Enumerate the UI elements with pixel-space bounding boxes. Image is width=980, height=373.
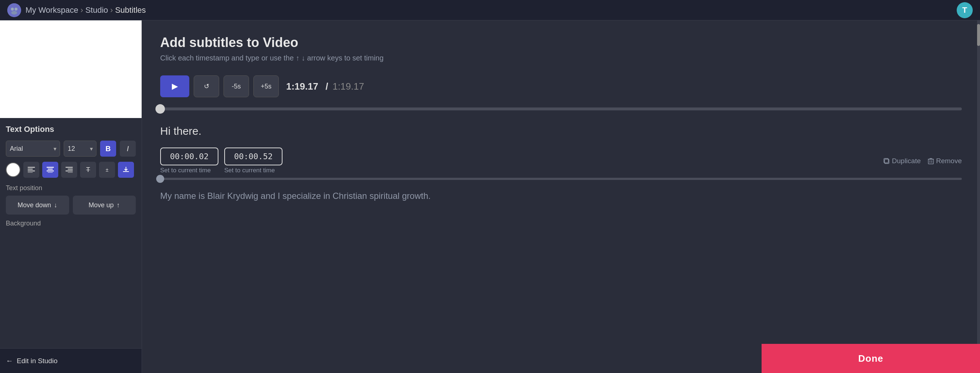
strikethrough-button[interactable]: T [80, 162, 96, 178]
main-layout: Text Options Arial Times New Roman Helve… [0, 21, 980, 373]
background-label: Background [6, 220, 136, 227]
color-picker[interactable] [6, 163, 21, 177]
video-preview [0, 21, 142, 118]
svg-rect-13 [68, 169, 73, 170]
position-buttons-row: Move down ↓ Move up ↑ [6, 196, 136, 215]
svg-rect-15 [68, 172, 73, 173]
breadcrumb: My Workspace › Studio › Subtitles [25, 5, 146, 15]
font-row: Arial Times New Roman Helvetica 12 14 16… [6, 140, 136, 157]
timestamp-row-1: Set to current time Set to current time … [160, 148, 962, 174]
workspace-avatar [7, 3, 21, 17]
remove-button-1[interactable]: Remove [928, 157, 962, 165]
duplicate-remove-1: Duplicate Remove [883, 157, 962, 165]
user-avatar[interactable]: T [957, 2, 973, 18]
move-down-icon: ↓ [54, 201, 57, 209]
svg-point-2 [14, 8, 18, 11]
svg-rect-19 [928, 159, 934, 164]
subtitle-entry-1: Hi there. Set to current time Set to cur… [160, 125, 962, 180]
align-right-button[interactable] [61, 162, 77, 178]
set-end-time-1[interactable]: Set to current time [224, 167, 275, 174]
font-family-select[interactable]: Arial Times New Roman Helvetica [6, 140, 60, 157]
set-start-time-1[interactable]: Set to current time [160, 167, 211, 174]
svg-rect-14 [65, 171, 73, 172]
font-family-wrapper: Arial Times New Roman Helvetica [6, 140, 60, 157]
scrollbar[interactable] [977, 21, 980, 373]
align-left-button[interactable] [23, 162, 39, 178]
superscript-button[interactable]: ± [99, 162, 115, 178]
main-content: Add subtitles to Video Click each timest… [142, 21, 980, 373]
breadcrumb-studio[interactable]: Studio [85, 5, 108, 15]
duplicate-label-1: Duplicate [892, 157, 921, 165]
svg-point-1 [11, 8, 14, 11]
minus5-button[interactable]: -5s [224, 75, 249, 97]
page-title: Add subtitles to Video [160, 35, 962, 50]
svg-rect-12 [65, 167, 73, 168]
move-up-button[interactable]: Move up ↑ [73, 196, 136, 215]
subtitle-text-1: Hi there. [160, 125, 962, 137]
play-button[interactable]: ▶ [160, 75, 189, 97]
breadcrumb-workspace[interactable]: My Workspace [25, 5, 78, 15]
plus5-button[interactable]: +5s [253, 75, 279, 97]
breadcrumb-sep-2: › [110, 5, 113, 15]
font-size-select[interactable]: 12 14 16 18 24 [64, 140, 97, 157]
svg-point-3 [11, 11, 17, 14]
total-time: 1:19.17 [332, 81, 364, 92]
move-up-icon: ↑ [116, 201, 120, 209]
scrollbar-thumb[interactable] [977, 24, 980, 46]
subtitle-slider-track-1 [160, 178, 962, 180]
svg-rect-8 [46, 167, 54, 168]
svg-rect-11 [48, 172, 53, 173]
subtitle-slider-1 [160, 178, 962, 180]
subtitle-text-2: My name is Blair Krydwig and I specializ… [160, 191, 962, 201]
sidebar: Text Options Arial Times New Roman Helve… [0, 21, 142, 373]
svg-rect-10 [46, 171, 54, 172]
svg-rect-9 [48, 169, 53, 170]
breadcrumb-sep-1: › [80, 5, 83, 15]
move-down-label: Move down [18, 201, 51, 209]
svg-rect-16 [123, 171, 129, 172]
svg-rect-7 [28, 172, 33, 173]
subtitle-entry-2: My name is Blair Krydwig and I specializ… [160, 191, 962, 201]
svg-point-0 [7, 3, 21, 17]
end-time-1[interactable] [224, 148, 283, 165]
controls-row: ▶ ↺ -5s +5s 1:19.17 / 1:19.17 [160, 75, 962, 97]
svg-rect-5 [28, 169, 33, 170]
done-button[interactable]: Done [762, 344, 980, 373]
page-subtitle: Click each timestamp and type or use the… [160, 54, 962, 62]
svg-rect-4 [28, 167, 35, 168]
text-position-down-button[interactable] [118, 162, 134, 178]
edit-in-studio[interactable]: ← Edit in Studio [0, 348, 142, 373]
move-down-button[interactable]: Move down ↓ [6, 196, 69, 215]
move-up-label: Move up [89, 201, 114, 209]
header: My Workspace › Studio › Subtitles T [0, 0, 980, 21]
svg-rect-6 [28, 171, 35, 172]
align-center-button[interactable] [42, 162, 58, 178]
bold-button[interactable]: B [100, 140, 116, 157]
reset-button[interactable]: ↺ [194, 75, 219, 97]
timeline-handle[interactable] [156, 104, 165, 114]
text-options-title: Text Options [6, 124, 136, 134]
current-time: 1:19.17 [286, 81, 318, 92]
back-arrow-icon: ← [6, 357, 13, 365]
italic-button[interactable]: I [120, 140, 136, 157]
time-separator: / [325, 81, 328, 92]
content-area: Add subtitles to Video Click each timest… [142, 21, 980, 373]
text-options-section: Text Options Arial Times New Roman Helve… [0, 118, 142, 373]
text-position-label: Text position [6, 184, 136, 192]
start-time-1[interactable] [160, 148, 218, 165]
font-size-wrapper: 12 14 16 18 24 [64, 140, 97, 157]
timeline[interactable] [160, 107, 962, 110]
remove-label-1: Remove [936, 157, 962, 165]
timeline-track [160, 107, 962, 110]
duplicate-button-1[interactable]: Duplicate [883, 157, 921, 165]
breadcrumb-current: Subtitles [115, 5, 146, 15]
alignment-row: T ± [6, 162, 136, 178]
subtitle-slider-handle-1[interactable] [156, 175, 164, 183]
edit-in-studio-label: Edit in Studio [17, 357, 57, 365]
